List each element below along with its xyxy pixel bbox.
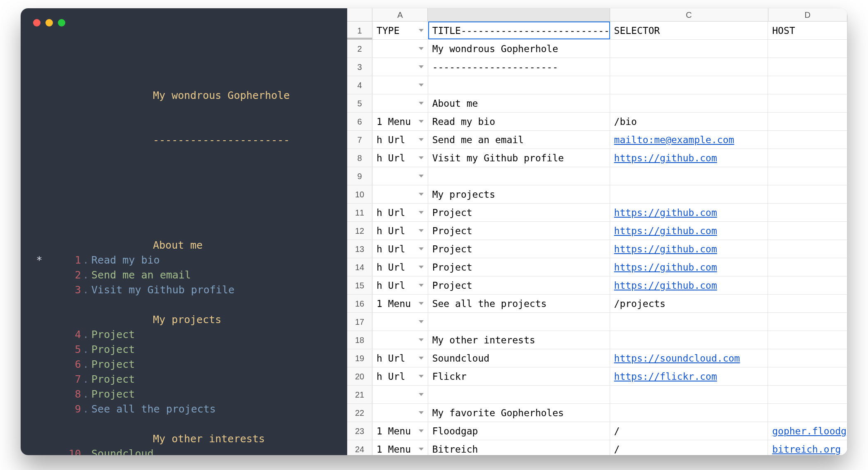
cell-selector[interactable]: https://github.com: [610, 149, 768, 167]
cell-title[interactable]: Project: [428, 276, 610, 294]
cell-title[interactable]: Project: [428, 222, 610, 240]
row-header[interactable]: 10: [347, 185, 372, 203]
cell-selector[interactable]: [610, 185, 768, 203]
cell-title[interactable]: ----------------------: [428, 58, 610, 76]
gopher-item[interactable]: 8.Project: [21, 387, 347, 402]
hyperlink[interactable]: https://github.com: [614, 280, 717, 291]
chevron-down-icon[interactable]: [419, 448, 424, 451]
cell-title[interactable]: Send me an email: [428, 131, 610, 149]
row-header[interactable]: 23: [347, 422, 372, 440]
chevron-down-icon[interactable]: [419, 284, 424, 287]
chevron-down-icon[interactable]: [419, 229, 424, 232]
cell-selector[interactable]: [610, 58, 768, 76]
cell-type[interactable]: [372, 58, 428, 76]
chevron-down-icon[interactable]: [419, 247, 424, 250]
cell-title[interactable]: See all the projects: [428, 295, 610, 312]
cell-host[interactable]: [768, 149, 847, 167]
cell-title[interactable]: Project: [428, 240, 610, 258]
cell-title[interactable]: Soundcloud: [428, 349, 610, 367]
cell-host[interactable]: [768, 295, 847, 312]
cell-host[interactable]: [768, 367, 847, 385]
chevron-down-icon[interactable]: [419, 156, 424, 159]
cell-selector[interactable]: [610, 404, 768, 422]
cell-type[interactable]: 1 Menu: [372, 440, 428, 455]
cell-selector[interactable]: [610, 40, 768, 58]
cell-host[interactable]: [768, 313, 847, 331]
cell-type[interactable]: h Url: [372, 204, 428, 221]
row-header[interactable]: 4: [347, 76, 372, 94]
cell-selector[interactable]: https://github.com: [610, 204, 768, 221]
gopher-item[interactable]: 9.See all the projects: [21, 402, 347, 417]
cell-type[interactable]: [372, 404, 428, 422]
cell-title[interactable]: Floodgap: [428, 422, 610, 440]
cell-selector[interactable]: [610, 386, 768, 403]
chevron-down-icon[interactable]: [419, 411, 424, 414]
cell-type[interactable]: 1 Menu: [372, 113, 428, 130]
hyperlink[interactable]: https://github.com: [614, 262, 717, 273]
cell-selector[interactable]: https://github.com: [610, 276, 768, 294]
row-header[interactable]: 18: [347, 331, 372, 349]
row-header[interactable]: 15: [347, 276, 372, 294]
row-header[interactable]: 12: [347, 222, 372, 240]
cell-host[interactable]: [768, 131, 847, 149]
cell-type[interactable]: [372, 40, 428, 58]
cell-host[interactable]: [768, 222, 847, 240]
cell-type[interactable]: 1 Menu: [372, 422, 428, 440]
cell-selector-header[interactable]: SELECTOR: [610, 22, 768, 39]
cell-host[interactable]: [768, 349, 847, 367]
cell-selector[interactable]: https://github.com: [610, 240, 768, 258]
cell-selector[interactable]: /projects: [610, 295, 768, 312]
cell-type-header[interactable]: TYPE: [372, 22, 428, 39]
row-header[interactable]: 17: [347, 313, 372, 331]
row-header[interactable]: 9: [347, 167, 372, 185]
cell-selector[interactable]: [610, 94, 768, 112]
cell-host[interactable]: [768, 185, 847, 203]
cell-selector[interactable]: https://flickr.com: [610, 367, 768, 385]
cell-host[interactable]: [768, 40, 847, 58]
cell-host[interactable]: [768, 204, 847, 221]
cell-host[interactable]: [768, 58, 847, 76]
hyperlink[interactable]: https://soundcloud.com: [614, 353, 740, 364]
chevron-down-icon[interactable]: [419, 193, 424, 196]
gopher-item[interactable]: 10.Soundcloud: [21, 446, 347, 456]
gopher-item[interactable]: 4.Project: [21, 327, 347, 342]
hyperlink[interactable]: https://github.com: [614, 207, 717, 218]
cell-selector[interactable]: [610, 313, 768, 331]
gopher-item[interactable]: 7.Project: [21, 372, 347, 387]
cell-title[interactable]: [428, 386, 610, 403]
chevron-down-icon[interactable]: [419, 338, 424, 341]
cell-type[interactable]: h Url: [372, 222, 428, 240]
row-header[interactable]: 22: [347, 404, 372, 422]
gopher-item[interactable]: *1.Read my bio: [21, 253, 347, 268]
cell-title[interactable]: My favorite Gopherholes: [428, 404, 610, 422]
zoom-icon[interactable]: [58, 19, 65, 26]
row-header[interactable]: 21: [347, 386, 372, 403]
row-header[interactable]: 19: [347, 349, 372, 367]
gopher-item[interactable]: 5.Project: [21, 342, 347, 357]
row-header[interactable]: 20: [347, 367, 372, 385]
row-header[interactable]: 6: [347, 113, 372, 130]
cell-title[interactable]: Read my bio: [428, 113, 610, 130]
cell-type[interactable]: [372, 313, 428, 331]
cell-selector[interactable]: https://github.com: [610, 258, 768, 276]
cell-selector[interactable]: [610, 331, 768, 349]
cell-title[interactable]: Bitreich: [428, 440, 610, 455]
chevron-down-icon[interactable]: [419, 211, 424, 214]
cell-type[interactable]: [372, 185, 428, 203]
cell-title[interactable]: My wondrous Gopherhole: [428, 40, 610, 58]
col-header-d[interactable]: D: [768, 8, 847, 21]
cell-host[interactable]: bitreich.org: [768, 440, 847, 455]
cell-host[interactable]: [768, 276, 847, 294]
cell-type[interactable]: [372, 94, 428, 112]
chevron-down-icon[interactable]: [419, 102, 424, 105]
row-header[interactable]: 11: [347, 204, 372, 221]
cell-host[interactable]: [768, 404, 847, 422]
cell-host[interactable]: [768, 94, 847, 112]
chevron-down-icon[interactable]: [419, 375, 424, 378]
gopher-item[interactable]: 3.Visit my Github profile: [21, 283, 347, 297]
select-all-corner[interactable]: [347, 8, 372, 21]
cell-host[interactable]: [768, 167, 847, 185]
cell-type[interactable]: h Url: [372, 149, 428, 167]
hyperlink[interactable]: https://github.com: [614, 244, 717, 254]
chevron-down-icon[interactable]: [419, 84, 424, 86]
